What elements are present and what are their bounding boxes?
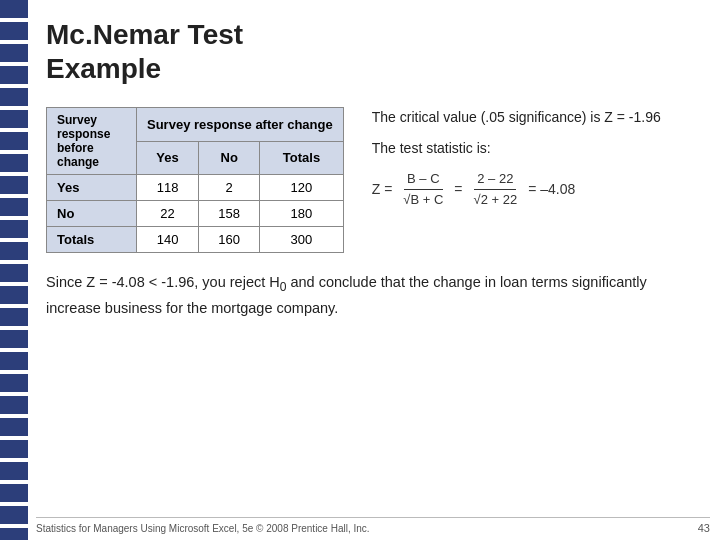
row-yes-label: Yes xyxy=(47,175,137,201)
col-yes-header: Yes xyxy=(137,141,199,175)
cell-totals-no: 160 xyxy=(199,227,260,253)
z-formula: Z = B – C √B + C = 2 – 22 √2 + 22 = –4.0… xyxy=(372,169,661,209)
formula-z-label: Z = xyxy=(372,179,393,200)
corner-label: Survey response before change xyxy=(47,108,137,175)
formula-result: = –4.08 xyxy=(528,179,575,200)
footer-page-number: 43 xyxy=(698,522,710,534)
row-no-label: No xyxy=(47,201,137,227)
data-table-wrapper: Survey response before change Survey res… xyxy=(46,107,344,253)
row-totals-label: Totals xyxy=(47,227,137,253)
footer-citation: Statistics for Managers Using Microsoft … xyxy=(36,523,370,534)
formula-fraction1: B – C √B + C xyxy=(400,169,446,209)
right-explanations: The critical value (.05 significance) is… xyxy=(372,107,661,209)
cell-yes-totals: 120 xyxy=(260,175,343,201)
cell-no-no: 158 xyxy=(199,201,260,227)
decorative-bar xyxy=(0,0,28,540)
title-line2: Example xyxy=(46,53,161,84)
formula-fraction2: 2 – 22 √2 + 22 xyxy=(471,169,521,209)
formula-equals: = xyxy=(454,179,462,200)
col-totals-header: Totals xyxy=(260,141,343,175)
frac2-denominator: √2 + 22 xyxy=(471,190,521,210)
col-no-header: No xyxy=(199,141,260,175)
cell-no-yes: 22 xyxy=(137,201,199,227)
frac2-numerator: 2 – 22 xyxy=(474,169,516,190)
page-title: Mc.Nemar Test Example xyxy=(46,18,700,85)
main-content: Mc.Nemar Test Example Survey response be… xyxy=(36,0,720,540)
cell-no-totals: 180 xyxy=(260,201,343,227)
critical-value-text: The critical value (.05 significance) is… xyxy=(372,107,661,128)
frac1-denominator: √B + C xyxy=(400,190,446,210)
cell-yes-yes: 118 xyxy=(137,175,199,201)
bottom-text-before-sub: Since Z = -4.08 < -1.96, you reject H xyxy=(46,274,280,290)
test-statistic-text: The test statistic is: xyxy=(372,138,661,159)
response-after-header: Survey response after change xyxy=(137,108,344,142)
cell-totals-totals: 300 xyxy=(260,227,343,253)
content-area: Survey response before change Survey res… xyxy=(46,107,700,253)
bottom-conclusion: Since Z = -4.08 < -1.96, you reject H0 a… xyxy=(46,271,700,319)
cell-totals-yes: 140 xyxy=(137,227,199,253)
title-line1: Mc.Nemar Test xyxy=(46,19,243,50)
cell-yes-no: 2 xyxy=(199,175,260,201)
mcnemar-table: Survey response before change Survey res… xyxy=(46,107,344,253)
frac1-numerator: B – C xyxy=(404,169,443,190)
footer: Statistics for Managers Using Microsoft … xyxy=(36,517,710,534)
